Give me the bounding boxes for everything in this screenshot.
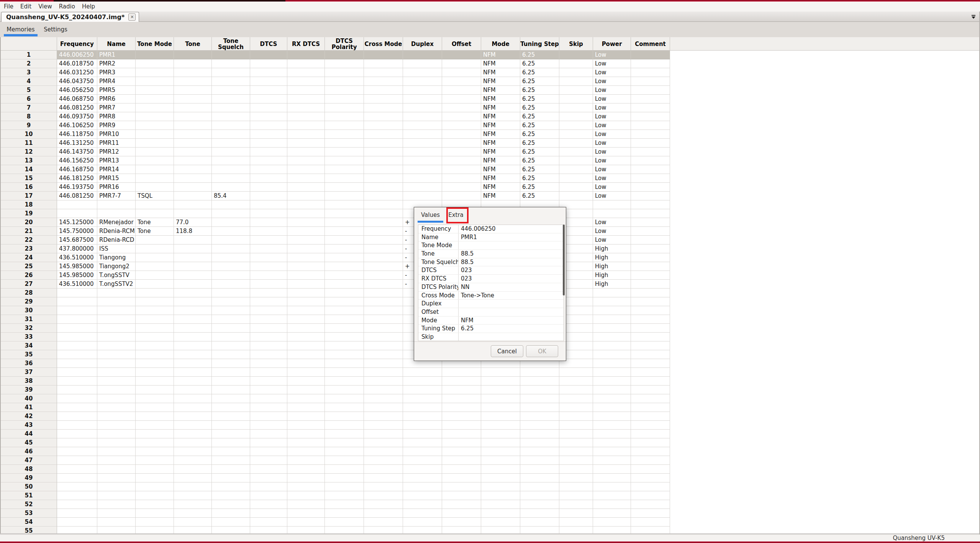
cell-tone_mode[interactable] [136,474,174,482]
cell-rx_dtcs[interactable] [287,456,325,465]
cell-duplex[interactable] [403,77,442,86]
cell-dtcs_polarity[interactable] [325,421,364,430]
cell-tone_mode[interactable] [136,174,174,183]
menu-radio[interactable]: Radio [56,2,79,11]
cell-comment[interactable] [631,271,670,280]
cell-frequency[interactable] [57,447,97,456]
cell-skip[interactable] [559,95,593,103]
column-header-name[interactable]: Name [97,37,136,51]
cell-tone_mode[interactable] [136,306,174,315]
cell-name[interactable] [97,474,136,482]
cell-skip[interactable] [559,482,593,491]
dialog-scrollbar-thumb[interactable] [563,225,565,295]
cell-cross_mode[interactable] [364,165,403,174]
cell-power[interactable] [593,209,631,218]
column-header-rx_dtcs[interactable]: RX DTCS [287,37,325,51]
cell-skip[interactable] [559,447,593,456]
cell-frequency[interactable]: 145.687500 [57,236,97,244]
cell-power[interactable]: Low [593,148,631,156]
cell-power[interactable]: Low [593,192,631,200]
cell-tuning_step[interactable] [520,403,559,412]
cell-mode[interactable] [481,430,520,438]
cell-tone_squelch[interactable] [212,174,250,183]
cell-tone_squelch[interactable] [212,306,250,315]
row-number[interactable]: 46 [1,447,57,456]
cell-dtcs_polarity[interactable] [325,253,364,262]
cell-mode[interactable]: NFM [481,121,520,130]
cell-tone[interactable] [174,95,212,103]
cell-mode[interactable] [481,421,520,430]
cell-name[interactable] [97,368,136,377]
cell-skip[interactable] [559,500,593,509]
cell-name[interactable]: PMR7-7 [97,192,136,200]
cell-skip[interactable] [559,456,593,465]
row-number[interactable]: 17 [1,192,57,200]
cell-skip[interactable] [559,368,593,377]
cell-dtcs[interactable] [250,500,287,509]
cell-power[interactable] [593,341,631,350]
cell-dtcs_polarity[interactable] [325,430,364,438]
cell-tuning_step[interactable]: 6.25 [520,95,559,103]
cell-cross_mode[interactable] [364,121,403,130]
cell-duplex[interactable] [403,51,442,59]
cell-duplex[interactable] [403,491,442,500]
cell-tone_mode[interactable] [136,482,174,491]
cell-tuning_step[interactable] [520,456,559,465]
cell-dtcs_polarity[interactable] [325,359,364,368]
cell-mode[interactable]: NFM [481,112,520,121]
cell-tone[interactable] [174,456,212,465]
cell-dtcs_polarity[interactable] [325,112,364,121]
cell-dtcs_polarity[interactable] [325,121,364,130]
cell-dtcs_polarity[interactable] [325,447,364,456]
cell-dtcs_polarity[interactable] [325,183,364,192]
cell-cross_mode[interactable] [364,438,403,447]
cell-mode[interactable]: NFM [481,139,520,148]
cell-dtcs_polarity[interactable] [325,174,364,183]
column-header-frequency[interactable]: Frequency [57,37,97,51]
cell-power[interactable] [593,430,631,438]
cell-skip[interactable] [559,174,593,183]
cell-dtcs[interactable] [250,156,287,165]
cell-rx_dtcs[interactable] [287,359,325,368]
cell-tone_squelch[interactable] [212,482,250,491]
cell-skip[interactable] [559,421,593,430]
cell-cross_mode[interactable] [364,465,403,474]
cell-name[interactable] [97,527,136,534]
cell-skip[interactable] [559,148,593,156]
cell-offset[interactable] [442,174,481,183]
cell-name[interactable] [97,306,136,315]
cell-tone[interactable]: 118.8 [174,227,212,236]
menu-edit[interactable]: Edit [17,2,35,11]
cell-cross_mode[interactable] [364,333,403,341]
cell-power[interactable] [593,359,631,368]
cell-rx_dtcs[interactable] [287,474,325,482]
cell-tuning_step[interactable]: 6.25 [520,59,559,68]
cell-tone_mode[interactable] [136,377,174,386]
cell-tone_mode[interactable] [136,341,174,350]
cell-comment[interactable] [631,262,670,271]
cell-tone_squelch[interactable] [212,350,250,359]
cell-tone_mode[interactable] [136,359,174,368]
row-number[interactable]: 10 [1,130,57,139]
cell-duplex[interactable] [403,394,442,403]
cell-power[interactable]: Low [593,236,631,244]
cell-cross_mode[interactable] [364,86,403,95]
cell-cross_mode[interactable] [364,183,403,192]
cell-dtcs[interactable] [250,59,287,68]
cell-duplex[interactable] [403,156,442,165]
cell-offset[interactable] [442,51,481,59]
cell-name[interactable]: PMR8 [97,112,136,121]
cell-frequency[interactable] [57,518,97,527]
cell-offset[interactable] [442,59,481,68]
column-header-cross_mode[interactable]: Cross Mode [364,37,403,51]
cell-tone_squelch[interactable] [212,359,250,368]
cell-rx_dtcs[interactable] [287,430,325,438]
cell-duplex[interactable] [403,368,442,377]
cell-offset[interactable] [442,509,481,518]
cell-comment[interactable] [631,103,670,112]
property-value[interactable]: NFM [459,317,564,325]
cell-cross_mode[interactable] [364,474,403,482]
cell-dtcs_polarity[interactable] [325,103,364,112]
cell-tone_mode[interactable] [136,350,174,359]
cell-dtcs_polarity[interactable] [325,315,364,324]
